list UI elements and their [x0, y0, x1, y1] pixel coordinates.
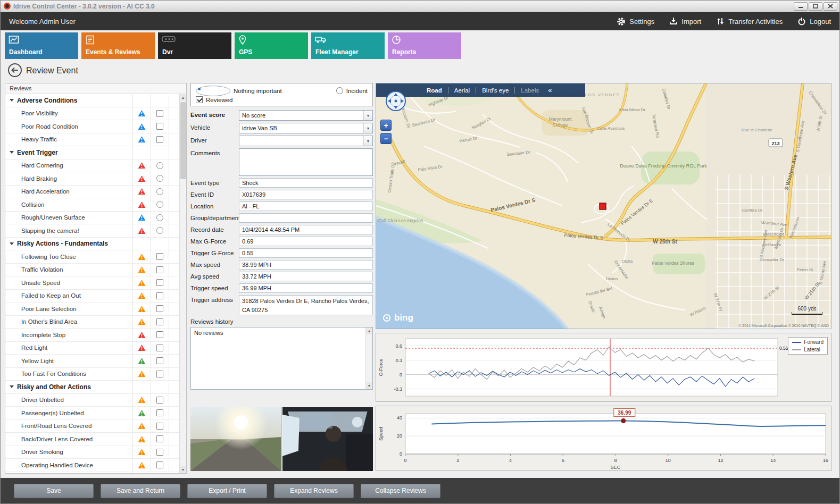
- field-event-type[interactable]: Shock: [239, 178, 373, 188]
- scroll-down-icon[interactable]: ▼: [366, 382, 372, 389]
- review-checkbox[interactable]: [156, 266, 163, 273]
- map-mode-aerial[interactable]: Aerial: [454, 87, 470, 94]
- field-max-speed[interactable]: 38.99 MPH: [239, 260, 373, 270]
- reviews-history-list[interactable]: No reviews ▲ ▼: [190, 327, 373, 390]
- review-item[interactable]: Collision: [5, 198, 179, 212]
- review-checkbox[interactable]: [156, 357, 163, 364]
- review-category[interactable]: Adverse Conditions: [5, 94, 179, 107]
- field-trigger-address[interactable]: 31828 Palos Verdes Dr E, Rancho Palos Ve…: [239, 295, 373, 315]
- review-checkbox[interactable]: [156, 371, 163, 377]
- review-checkbox[interactable]: [156, 253, 163, 260]
- map-mode-labels[interactable]: Labels: [521, 87, 539, 94]
- tab-dvr[interactable]: Dvr: [158, 32, 231, 59]
- review-checkbox[interactable]: [156, 123, 163, 130]
- settings-button[interactable]: Settings: [617, 17, 654, 26]
- scroll-down-icon[interactable]: ▼: [180, 466, 186, 473]
- cabin-camera-video[interactable]: [282, 407, 373, 471]
- review-radio[interactable]: [156, 188, 163, 195]
- review-item[interactable]: Front/Road Lens Covered: [5, 420, 179, 433]
- review-item[interactable]: Failed to Keep an Out: [5, 290, 179, 303]
- front-camera-video[interactable]: [190, 407, 281, 471]
- tab-reports[interactable]: Reports: [388, 32, 461, 59]
- back-button[interactable]: [8, 63, 22, 77]
- minimize-button[interactable]: [794, 2, 808, 11]
- reviewed-checkbox[interactable]: [196, 96, 203, 103]
- field-record-date[interactable]: 10/4/2014 4:48:54 PM: [239, 225, 373, 234]
- field-group-department[interactable]: [239, 213, 373, 223]
- review-checkbox[interactable]: [156, 345, 163, 351]
- review-item[interactable]: Traffic Violation: [5, 264, 179, 277]
- review-category[interactable]: Risky Actions - Fundamentals: [5, 238, 179, 251]
- review-checkbox[interactable]: [156, 423, 163, 430]
- review-radio[interactable]: [156, 214, 163, 221]
- review-checkbox[interactable]: [156, 449, 163, 456]
- nothing-important-radio[interactable]: [196, 86, 230, 96]
- review-item[interactable]: Following Too Close: [5, 250, 179, 264]
- history-scrollbar[interactable]: ▲ ▼: [365, 327, 372, 389]
- review-checkbox[interactable]: [156, 397, 163, 404]
- review-item[interactable]: Operating Handled Device: [5, 459, 179, 472]
- review-item[interactable]: Incomplete Stop: [5, 329, 179, 342]
- tab-fleet-manager[interactable]: Fleet Manager: [311, 32, 385, 59]
- review-checkbox[interactable]: [156, 409, 163, 416]
- transfer-activities-button[interactable]: Transfer Activities: [716, 17, 783, 26]
- collapse-reviews-button[interactable]: Collapse Reviews: [361, 484, 440, 498]
- map-compass-control[interactable]: [385, 90, 406, 113]
- scroll-up-icon[interactable]: ▲: [180, 94, 186, 101]
- tab-gps[interactable]: GPS: [235, 32, 308, 59]
- field-avg-speed[interactable]: 33.72 MPH: [239, 272, 373, 281]
- tab-dashboard[interactable]: Dashboard: [5, 32, 78, 59]
- review-radio[interactable]: [156, 227, 163, 234]
- review-item[interactable]: Hard Acceleration: [5, 186, 179, 199]
- review-item[interactable]: In Other's Blind Area: [5, 316, 179, 329]
- review-item[interactable]: Too Fast For Conditions: [5, 368, 179, 381]
- logout-button[interactable]: Logout: [797, 17, 831, 26]
- collapse-arrow-icon[interactable]: [10, 99, 14, 102]
- review-checkbox[interactable]: [156, 279, 163, 286]
- maximize-button[interactable]: [809, 2, 822, 11]
- field-event-score[interactable]: No score▼: [239, 110, 373, 121]
- review-checkbox[interactable]: [156, 136, 163, 143]
- review-item[interactable]: Driver Smoking: [5, 446, 179, 459]
- review-checkbox[interactable]: [156, 435, 163, 442]
- zoom-in-button[interactable]: +: [380, 120, 392, 131]
- review-radio[interactable]: [156, 201, 163, 208]
- map[interactable]: Road Aerial Bird's eye Labels « + −: [376, 83, 831, 329]
- review-item[interactable]: Poor Visibility: [5, 107, 179, 121]
- review-item[interactable]: Driver Unbelted: [5, 394, 179, 407]
- review-checkbox[interactable]: [156, 110, 163, 117]
- field-max-g-force[interactable]: 0.69: [239, 237, 373, 246]
- chevron-down-icon[interactable]: ▼: [363, 123, 372, 133]
- review-radio[interactable]: [156, 175, 163, 182]
- review-item[interactable]: Heavy Traffic: [5, 133, 179, 147]
- review-item[interactable]: Back/Driver Lens Covered: [5, 433, 179, 446]
- field-comments[interactable]: [239, 148, 373, 176]
- review-category[interactable]: Event Trigger: [5, 146, 179, 159]
- scroll-up-icon[interactable]: ▲: [366, 327, 372, 334]
- export-print-button[interactable]: Export / Print: [187, 484, 267, 498]
- import-button[interactable]: Import: [669, 17, 701, 26]
- close-button[interactable]: [824, 2, 837, 11]
- review-item[interactable]: Unsafe Speed: [5, 276, 179, 290]
- map-mode-birdseye[interactable]: Bird's eye: [482, 87, 509, 94]
- save-button[interactable]: Save: [14, 484, 94, 498]
- chevron-down-icon[interactable]: ▼: [363, 136, 372, 146]
- field-driver[interactable]: ▼: [239, 136, 373, 146]
- review-item[interactable]: Unauthorized Passenger: [5, 472, 179, 474]
- review-category[interactable]: Risky and Other Actions: [5, 381, 179, 394]
- incident-radio[interactable]: [336, 87, 343, 94]
- collapse-arrow-icon[interactable]: [10, 151, 14, 154]
- zoom-out-button[interactable]: −: [380, 133, 392, 144]
- event-location-marker[interactable]: [600, 203, 606, 209]
- field-trigger-g-force[interactable]: 0.55: [239, 248, 373, 258]
- review-checkbox[interactable]: [156, 305, 163, 312]
- collapse-arrow-icon[interactable]: [10, 385, 14, 388]
- review-radio[interactable]: [156, 162, 163, 169]
- field-trigger-speed[interactable]: 36.99 MPH: [239, 283, 373, 293]
- review-checkbox[interactable]: [156, 292, 163, 299]
- review-item[interactable]: Hard Braking: [5, 172, 179, 186]
- review-checkbox[interactable]: [156, 318, 163, 325]
- review-item[interactable]: Hard Cornering: [5, 159, 179, 173]
- review-item[interactable]: Rough/Uneven Surface: [5, 212, 179, 225]
- chevron-down-icon[interactable]: ▼: [363, 111, 372, 120]
